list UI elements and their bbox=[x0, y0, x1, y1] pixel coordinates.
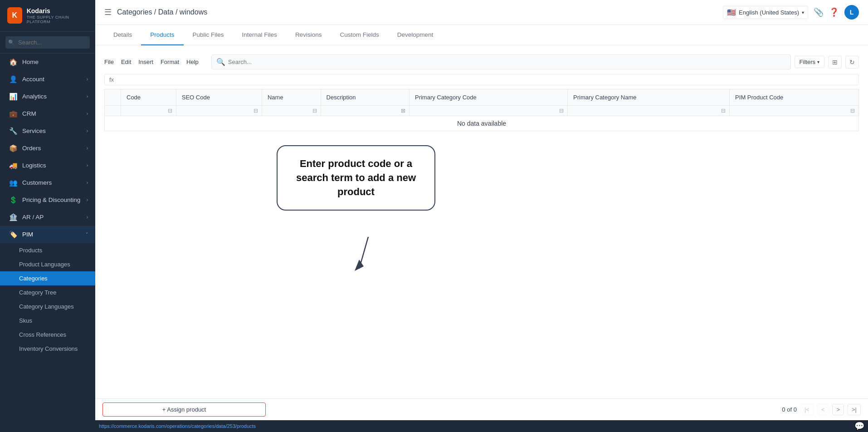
analytics-icon: 📊 bbox=[9, 93, 18, 101]
speech-bubble-container: Enter product code or a search term to a… bbox=[277, 145, 435, 211]
menu-help[interactable]: Help bbox=[186, 59, 199, 65]
tab-development[interactable]: Development bbox=[388, 25, 443, 45]
nav-item-analytics[interactable]: 📊 Analytics › bbox=[0, 88, 95, 105]
pagination-count: 0 of 0 bbox=[782, 406, 797, 413]
tab-internal-files[interactable]: Internal Files bbox=[233, 25, 286, 45]
nav-label-orders: Orders bbox=[22, 145, 41, 152]
menu-file[interactable]: File bbox=[104, 59, 114, 65]
sidebar-item-products[interactable]: Products bbox=[0, 243, 95, 257]
tab-details[interactable]: Details bbox=[104, 25, 141, 45]
tab-products[interactable]: Products bbox=[141, 25, 183, 45]
last-page-button[interactable]: >| bbox=[848, 404, 861, 415]
avatar[interactable]: L bbox=[844, 5, 859, 20]
nav-label-analytics: Analytics bbox=[22, 93, 47, 100]
filter-name-cell[interactable]: ⊟ bbox=[262, 106, 321, 116]
status-bar: https://commerce.kodaris.com/operations/… bbox=[95, 420, 868, 432]
filter-primary-code-cell[interactable]: ⊟ bbox=[409, 106, 567, 116]
col-checkbox bbox=[105, 89, 121, 106]
sidebar-item-inventory-conversions[interactable]: Inventory Conversions bbox=[0, 342, 95, 356]
orders-chevron-icon: › bbox=[87, 146, 88, 151]
col-primary-category-code: Primary Category Code bbox=[409, 89, 567, 106]
language-selector[interactable]: 🇺🇸 English (United States) ▾ bbox=[723, 6, 808, 19]
topbar: ☰ Categories / Data / windows 🇺🇸 English… bbox=[95, 0, 868, 25]
tab-revisions[interactable]: Revisions bbox=[286, 25, 331, 45]
sidebar-item-category-tree[interactable]: Category Tree bbox=[0, 285, 95, 299]
sidebar-item-label-category-languages: Category Languages bbox=[19, 303, 74, 310]
logistics-chevron-icon: › bbox=[87, 163, 88, 168]
pricing-chevron-icon: › bbox=[87, 197, 88, 202]
tab-custom-fields[interactable]: Custom Fields bbox=[331, 25, 388, 45]
menu-format[interactable]: Format bbox=[161, 59, 179, 65]
filter-checkbox-cell bbox=[105, 106, 121, 116]
filter-primary-name-icon[interactable]: ⊟ bbox=[721, 108, 726, 114]
sidebar-item-product-languages[interactable]: Product Languages bbox=[0, 257, 95, 271]
flag-icon: 🇺🇸 bbox=[727, 8, 736, 17]
filter-code-cell[interactable]: ⊟ bbox=[121, 106, 176, 116]
col-seo-code: SEO Code bbox=[176, 89, 262, 106]
account-icon: 👤 bbox=[9, 75, 18, 83]
main-area: ☰ Categories / Data / windows 🇺🇸 English… bbox=[95, 0, 868, 432]
sidebar-item-label-inventory-conversions: Inventory Conversions bbox=[19, 345, 78, 352]
nav-item-logistics[interactable]: 🚚 Logistics › bbox=[0, 157, 95, 174]
sidebar-item-skus[interactable]: Skus bbox=[0, 314, 95, 328]
filter-code-icon[interactable]: ⊟ bbox=[168, 108, 172, 114]
filter-pim-code-cell[interactable]: ⊟ bbox=[730, 106, 859, 116]
refresh-button[interactable]: ↻ bbox=[845, 56, 859, 69]
sidebar-item-category-languages[interactable]: Category Languages bbox=[0, 299, 95, 314]
nav-item-arap[interactable]: 🏦 AR / AP › bbox=[0, 209, 95, 226]
services-icon: 🔧 bbox=[9, 127, 18, 135]
search-bar: 🔍 bbox=[211, 54, 791, 69]
nav-item-account[interactable]: 👤 Account › bbox=[0, 71, 95, 88]
grid-view-button[interactable]: ⊞ bbox=[828, 56, 842, 69]
no-data-row: No data available bbox=[105, 116, 859, 131]
nav-item-services[interactable]: 🔧 Services › bbox=[0, 123, 95, 140]
search-input[interactable] bbox=[228, 59, 786, 65]
nav-label-services: Services bbox=[22, 128, 46, 134]
chat-icon[interactable]: 💬 bbox=[854, 421, 864, 431]
sidebar-search-input[interactable] bbox=[5, 36, 90, 49]
filter-pim-code-icon[interactable]: ⊟ bbox=[850, 108, 855, 114]
col-pim-product-code: PIM Product Code bbox=[730, 89, 859, 106]
table-scroll-area[interactable]: Code SEO Code Name Description Primary C bbox=[104, 89, 859, 131]
fx-bar: fx bbox=[104, 74, 859, 85]
language-label: English (United States) bbox=[739, 9, 799, 16]
filter-primary-code-icon[interactable]: ⊟ bbox=[559, 108, 564, 114]
nav-item-crm[interactable]: 💼 CRM › bbox=[0, 105, 95, 123]
prev-page-button[interactable]: < bbox=[817, 404, 829, 415]
tab-public-files[interactable]: Public Files bbox=[184, 25, 233, 45]
filter-name-icon[interactable]: ⊟ bbox=[312, 108, 317, 114]
nav-item-pricing[interactable]: 💲 Pricing & Discounting › bbox=[0, 191, 95, 209]
pim-icon: 🏷️ bbox=[9, 231, 18, 239]
col-primary-category-name: Primary Category Name bbox=[568, 89, 730, 106]
sidebar-item-label-categories: Categories bbox=[19, 275, 48, 282]
no-data-cell: No data available bbox=[105, 116, 859, 131]
nav-item-home[interactable]: 🏠 Home bbox=[0, 54, 95, 71]
nav-label-account: Account bbox=[22, 76, 44, 83]
sidebar-item-categories[interactable]: Categories bbox=[0, 271, 95, 285]
assign-product-button[interactable]: + Assign product bbox=[102, 403, 266, 417]
first-page-button[interactable]: |< bbox=[800, 404, 814, 415]
nav-item-orders[interactable]: 📦 Orders › bbox=[0, 140, 95, 157]
menu-insert[interactable]: Insert bbox=[138, 59, 153, 65]
toolbar: File Edit Insert Format Help 🔍 Filters ▾… bbox=[104, 54, 859, 69]
next-page-button[interactable]: > bbox=[832, 404, 844, 415]
hamburger-icon[interactable]: ☰ bbox=[104, 7, 112, 17]
table-filter-row: ⊟ ⊟ ⊟ ⊠ ⊟ bbox=[105, 106, 859, 116]
nav-item-customers[interactable]: 👥 Customers › bbox=[0, 174, 95, 191]
menu-edit[interactable]: Edit bbox=[121, 59, 131, 65]
filter-seo-icon[interactable]: ⊟ bbox=[254, 108, 258, 114]
filters-button[interactable]: Filters ▾ bbox=[795, 56, 824, 68]
attachment-icon[interactable]: 📎 bbox=[814, 7, 824, 17]
arap-chevron-icon: › bbox=[87, 215, 88, 220]
filter-seo-code-cell[interactable]: ⊟ bbox=[176, 106, 262, 116]
filter-primary-name-cell[interactable]: ⊟ bbox=[568, 106, 730, 116]
sidebar-item-label-cross-references: Cross References bbox=[19, 331, 66, 338]
filter-desc-icon[interactable]: ⊠ bbox=[401, 108, 405, 114]
app-subtitle: THE SUPPLY CHAIN PLATFORM bbox=[27, 15, 88, 24]
logistics-icon: 🚚 bbox=[9, 162, 18, 170]
sidebar-item-cross-references[interactable]: Cross References bbox=[0, 328, 95, 342]
speech-bubble-text: Enter product code or a search term to a… bbox=[296, 158, 416, 197]
nav-item-pim[interactable]: 🏷️ PIM ˅ bbox=[0, 226, 95, 243]
filter-description-cell[interactable]: ⊠ bbox=[321, 106, 409, 116]
help-icon[interactable]: ❓ bbox=[829, 7, 839, 17]
